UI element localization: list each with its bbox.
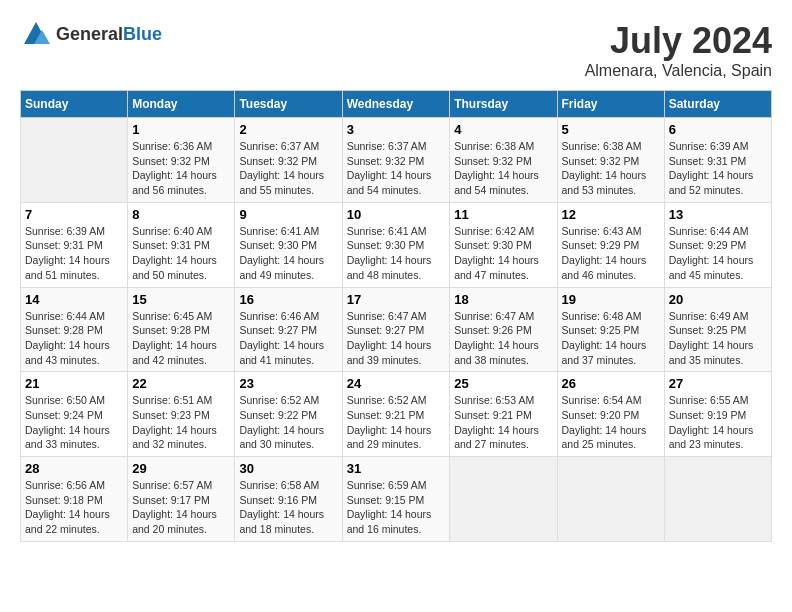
day-info: Sunrise: 6:52 AMSunset: 9:22 PMDaylight:…: [239, 393, 337, 452]
day-cell: 1Sunrise: 6:36 AMSunset: 9:32 PMDaylight…: [128, 118, 235, 203]
header-row: SundayMondayTuesdayWednesdayThursdayFrid…: [21, 91, 772, 118]
week-row-5: 28Sunrise: 6:56 AMSunset: 9:18 PMDayligh…: [21, 457, 772, 542]
day-cell: 5Sunrise: 6:38 AMSunset: 9:32 PMDaylight…: [557, 118, 664, 203]
day-info: Sunrise: 6:54 AMSunset: 9:20 PMDaylight:…: [562, 393, 660, 452]
logo-text-blue: Blue: [123, 24, 162, 44]
day-number: 1: [132, 122, 230, 137]
day-number: 12: [562, 207, 660, 222]
day-info: Sunrise: 6:38 AMSunset: 9:32 PMDaylight:…: [562, 139, 660, 198]
day-number: 19: [562, 292, 660, 307]
day-number: 5: [562, 122, 660, 137]
day-info: Sunrise: 6:38 AMSunset: 9:32 PMDaylight:…: [454, 139, 552, 198]
logo-icon: [20, 20, 52, 48]
day-cell: 8Sunrise: 6:40 AMSunset: 9:31 PMDaylight…: [128, 202, 235, 287]
header-cell-tuesday: Tuesday: [235, 91, 342, 118]
day-cell: 28Sunrise: 6:56 AMSunset: 9:18 PMDayligh…: [21, 457, 128, 542]
day-info: Sunrise: 6:52 AMSunset: 9:21 PMDaylight:…: [347, 393, 446, 452]
day-number: 14: [25, 292, 123, 307]
header-cell-monday: Monday: [128, 91, 235, 118]
day-number: 24: [347, 376, 446, 391]
day-number: 10: [347, 207, 446, 222]
header-cell-thursday: Thursday: [450, 91, 557, 118]
day-number: 21: [25, 376, 123, 391]
day-info: Sunrise: 6:41 AMSunset: 9:30 PMDaylight:…: [239, 224, 337, 283]
day-cell: 24Sunrise: 6:52 AMSunset: 9:21 PMDayligh…: [342, 372, 450, 457]
day-number: 13: [669, 207, 767, 222]
day-cell: 4Sunrise: 6:38 AMSunset: 9:32 PMDaylight…: [450, 118, 557, 203]
day-cell: 17Sunrise: 6:47 AMSunset: 9:27 PMDayligh…: [342, 287, 450, 372]
header-cell-wednesday: Wednesday: [342, 91, 450, 118]
calendar-body: 1Sunrise: 6:36 AMSunset: 9:32 PMDaylight…: [21, 118, 772, 542]
day-info: Sunrise: 6:41 AMSunset: 9:30 PMDaylight:…: [347, 224, 446, 283]
day-number: 4: [454, 122, 552, 137]
day-number: 2: [239, 122, 337, 137]
day-info: Sunrise: 6:39 AMSunset: 9:31 PMDaylight:…: [25, 224, 123, 283]
calendar-location: Almenara, Valencia, Spain: [585, 62, 772, 80]
week-row-3: 14Sunrise: 6:44 AMSunset: 9:28 PMDayligh…: [21, 287, 772, 372]
day-cell: 29Sunrise: 6:57 AMSunset: 9:17 PMDayligh…: [128, 457, 235, 542]
day-info: Sunrise: 6:45 AMSunset: 9:28 PMDaylight:…: [132, 309, 230, 368]
day-cell: 12Sunrise: 6:43 AMSunset: 9:29 PMDayligh…: [557, 202, 664, 287]
week-row-1: 1Sunrise: 6:36 AMSunset: 9:32 PMDaylight…: [21, 118, 772, 203]
day-cell: [21, 118, 128, 203]
day-number: 26: [562, 376, 660, 391]
header-cell-sunday: Sunday: [21, 91, 128, 118]
day-cell: 30Sunrise: 6:58 AMSunset: 9:16 PMDayligh…: [235, 457, 342, 542]
day-number: 8: [132, 207, 230, 222]
day-cell: 21Sunrise: 6:50 AMSunset: 9:24 PMDayligh…: [21, 372, 128, 457]
day-info: Sunrise: 6:48 AMSunset: 9:25 PMDaylight:…: [562, 309, 660, 368]
day-cell: 6Sunrise: 6:39 AMSunset: 9:31 PMDaylight…: [664, 118, 771, 203]
logo-text-general: General: [56, 24, 123, 44]
day-cell: 7Sunrise: 6:39 AMSunset: 9:31 PMDaylight…: [21, 202, 128, 287]
day-cell: 23Sunrise: 6:52 AMSunset: 9:22 PMDayligh…: [235, 372, 342, 457]
day-number: 27: [669, 376, 767, 391]
week-row-4: 21Sunrise: 6:50 AMSunset: 9:24 PMDayligh…: [21, 372, 772, 457]
day-info: Sunrise: 6:57 AMSunset: 9:17 PMDaylight:…: [132, 478, 230, 537]
day-info: Sunrise: 6:55 AMSunset: 9:19 PMDaylight:…: [669, 393, 767, 452]
day-cell: 26Sunrise: 6:54 AMSunset: 9:20 PMDayligh…: [557, 372, 664, 457]
day-info: Sunrise: 6:37 AMSunset: 9:32 PMDaylight:…: [239, 139, 337, 198]
day-info: Sunrise: 6:44 AMSunset: 9:29 PMDaylight:…: [669, 224, 767, 283]
day-cell: 11Sunrise: 6:42 AMSunset: 9:30 PMDayligh…: [450, 202, 557, 287]
day-info: Sunrise: 6:56 AMSunset: 9:18 PMDaylight:…: [25, 478, 123, 537]
day-number: 23: [239, 376, 337, 391]
day-cell: 16Sunrise: 6:46 AMSunset: 9:27 PMDayligh…: [235, 287, 342, 372]
day-info: Sunrise: 6:43 AMSunset: 9:29 PMDaylight:…: [562, 224, 660, 283]
day-cell: 14Sunrise: 6:44 AMSunset: 9:28 PMDayligh…: [21, 287, 128, 372]
day-cell: 31Sunrise: 6:59 AMSunset: 9:15 PMDayligh…: [342, 457, 450, 542]
day-info: Sunrise: 6:49 AMSunset: 9:25 PMDaylight:…: [669, 309, 767, 368]
calendar-table: SundayMondayTuesdayWednesdayThursdayFrid…: [20, 90, 772, 542]
day-number: 29: [132, 461, 230, 476]
day-info: Sunrise: 6:44 AMSunset: 9:28 PMDaylight:…: [25, 309, 123, 368]
day-number: 9: [239, 207, 337, 222]
day-info: Sunrise: 6:36 AMSunset: 9:32 PMDaylight:…: [132, 139, 230, 198]
header: GeneralBlue July 2024 Almenara, Valencia…: [20, 20, 772, 80]
day-cell: 27Sunrise: 6:55 AMSunset: 9:19 PMDayligh…: [664, 372, 771, 457]
day-cell: 10Sunrise: 6:41 AMSunset: 9:30 PMDayligh…: [342, 202, 450, 287]
day-cell: 15Sunrise: 6:45 AMSunset: 9:28 PMDayligh…: [128, 287, 235, 372]
day-number: 15: [132, 292, 230, 307]
day-info: Sunrise: 6:50 AMSunset: 9:24 PMDaylight:…: [25, 393, 123, 452]
day-info: Sunrise: 6:58 AMSunset: 9:16 PMDaylight:…: [239, 478, 337, 537]
day-cell: 3Sunrise: 6:37 AMSunset: 9:32 PMDaylight…: [342, 118, 450, 203]
day-cell: [557, 457, 664, 542]
day-number: 17: [347, 292, 446, 307]
day-info: Sunrise: 6:53 AMSunset: 9:21 PMDaylight:…: [454, 393, 552, 452]
day-info: Sunrise: 6:47 AMSunset: 9:26 PMDaylight:…: [454, 309, 552, 368]
day-info: Sunrise: 6:46 AMSunset: 9:27 PMDaylight:…: [239, 309, 337, 368]
day-cell: [664, 457, 771, 542]
calendar-header: SundayMondayTuesdayWednesdayThursdayFrid…: [21, 91, 772, 118]
day-number: 25: [454, 376, 552, 391]
day-info: Sunrise: 6:42 AMSunset: 9:30 PMDaylight:…: [454, 224, 552, 283]
calendar-title: July 2024: [585, 20, 772, 62]
day-info: Sunrise: 6:59 AMSunset: 9:15 PMDaylight:…: [347, 478, 446, 537]
day-cell: [450, 457, 557, 542]
header-cell-friday: Friday: [557, 91, 664, 118]
day-info: Sunrise: 6:40 AMSunset: 9:31 PMDaylight:…: [132, 224, 230, 283]
day-number: 16: [239, 292, 337, 307]
day-cell: 25Sunrise: 6:53 AMSunset: 9:21 PMDayligh…: [450, 372, 557, 457]
day-cell: 22Sunrise: 6:51 AMSunset: 9:23 PMDayligh…: [128, 372, 235, 457]
day-number: 3: [347, 122, 446, 137]
day-number: 28: [25, 461, 123, 476]
day-cell: 13Sunrise: 6:44 AMSunset: 9:29 PMDayligh…: [664, 202, 771, 287]
